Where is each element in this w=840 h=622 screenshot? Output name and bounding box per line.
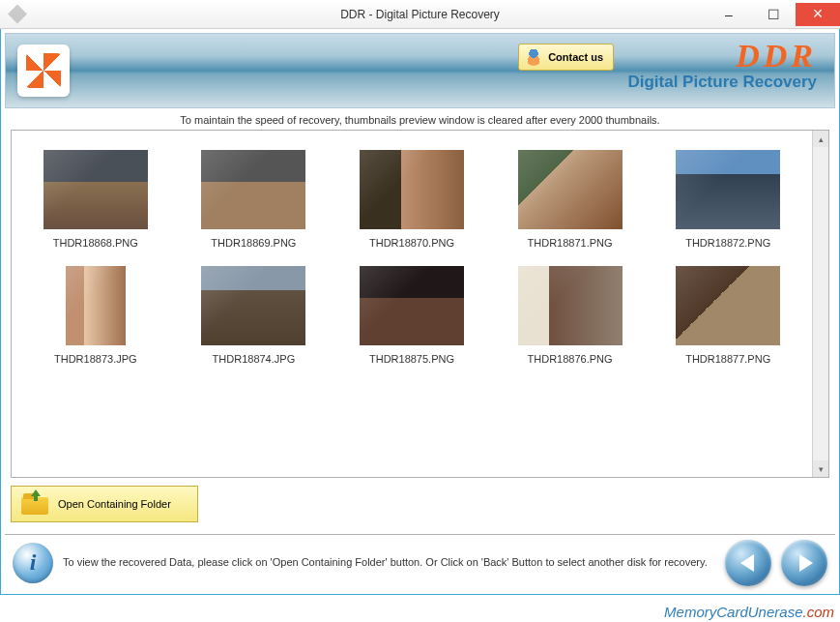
thumbnail-item[interactable]: THDR18870.PNG bbox=[337, 150, 486, 249]
brand-logo-text: DDR bbox=[627, 40, 817, 73]
thumbnail-grid: THDR18868.PNG THDR18869.PNG THDR18870.PN… bbox=[12, 131, 812, 374]
thumbnail-filename: THDR18876.PNG bbox=[528, 353, 613, 365]
brand-subtitle: Digital Picture Recovery bbox=[627, 73, 817, 92]
thumbnail-filename: THDR18873.JPG bbox=[54, 353, 137, 365]
contact-us-button[interactable]: Contact us bbox=[518, 44, 614, 71]
maximize-button[interactable]: ☐ bbox=[751, 3, 796, 26]
minimize-button[interactable]: – bbox=[707, 3, 751, 26]
scroll-up-icon[interactable]: ▴ bbox=[813, 131, 828, 147]
header-banner: Contact us DDR Digital Picture Recovery bbox=[5, 33, 835, 108]
forward-button[interactable] bbox=[781, 540, 827, 586]
window-title: DDR - Digital Picture Recovery bbox=[340, 8, 500, 21]
thumbnail-filename: THDR18868.PNG bbox=[53, 237, 138, 249]
thumbnail-filename: THDR18870.PNG bbox=[369, 237, 454, 249]
thumbnail-filename: THDR18874.JPG bbox=[213, 353, 296, 365]
watermark: MemoryCardUnerase.com bbox=[658, 602, 840, 622]
thumbnail-image bbox=[518, 266, 623, 345]
thumbnail-item[interactable]: THDR18871.PNG bbox=[496, 150, 645, 249]
contact-us-label: Contact us bbox=[548, 51, 603, 63]
brand-block: DDR Digital Picture Recovery bbox=[627, 40, 817, 92]
titlebar: DDR - Digital Picture Recovery – ☐ × bbox=[0, 0, 840, 29]
thumbnail-image bbox=[360, 150, 464, 229]
scroll-down-icon[interactable]: ▾ bbox=[813, 460, 828, 477]
thumbnail-item[interactable]: THDR18874.JPG bbox=[180, 266, 329, 365]
thumbnail-image bbox=[360, 266, 464, 345]
thumbnail-image bbox=[201, 266, 305, 345]
help-text: To view the recovered Data, please click… bbox=[63, 555, 715, 569]
thumbnail-item[interactable]: THDR18868.PNG bbox=[21, 150, 170, 249]
folder-open-icon bbox=[21, 493, 48, 515]
watermark-main: MemoryCardUnerase bbox=[664, 604, 802, 620]
thumbnail-image bbox=[518, 150, 623, 229]
thumbnail-image bbox=[43, 150, 148, 229]
thumbnail-item[interactable]: THDR18876.PNG bbox=[496, 266, 645, 365]
thumbnail-filename: THDR18872.PNG bbox=[685, 237, 770, 249]
thumbnail-filename: THDR18871.PNG bbox=[528, 237, 613, 249]
thumbnail-filename: THDR18869.PNG bbox=[211, 237, 296, 249]
watermark-tld: .com bbox=[802, 604, 834, 620]
window-body: Contact us DDR Digital Picture Recovery … bbox=[0, 29, 840, 595]
close-button[interactable]: × bbox=[796, 3, 840, 26]
scrollbar[interactable]: ▴ ▾ bbox=[812, 131, 828, 477]
app-logo bbox=[17, 44, 70, 97]
info-bar: To maintain the speed of recovery, thumb… bbox=[5, 108, 835, 130]
back-button[interactable] bbox=[725, 540, 771, 586]
thumbnail-item[interactable]: THDR18872.PNG bbox=[653, 150, 802, 249]
arrow-right-icon bbox=[799, 554, 813, 572]
thumbnail-item[interactable]: THDR18875.PNG bbox=[337, 266, 486, 365]
open-containing-folder-button[interactable]: Open Containing Folder bbox=[11, 486, 198, 522]
bottom-bar: i To view the recovered Data, please cli… bbox=[5, 534, 835, 590]
info-icon: i bbox=[13, 543, 53, 583]
thumbnail-item[interactable]: THDR18873.JPG bbox=[21, 266, 170, 365]
app-icon bbox=[8, 5, 27, 24]
thumbnail-image bbox=[676, 266, 780, 345]
thumbnail-filename: THDR18877.PNG bbox=[685, 353, 770, 365]
logo-pattern-icon bbox=[26, 53, 61, 88]
thumbnail-filename: THDR18875.PNG bbox=[369, 353, 454, 365]
thumbnail-item[interactable]: THDR18869.PNG bbox=[180, 150, 329, 249]
thumbnail-image bbox=[201, 150, 305, 229]
thumbnail-image bbox=[676, 150, 780, 229]
thumbnail-panel: THDR18868.PNG THDR18869.PNG THDR18870.PN… bbox=[11, 130, 829, 478]
thumbnail-image bbox=[66, 266, 126, 345]
person-icon bbox=[525, 48, 542, 66]
open-folder-label: Open Containing Folder bbox=[58, 498, 171, 510]
thumbnail-item[interactable]: THDR18877.PNG bbox=[653, 266, 802, 365]
arrow-left-icon bbox=[740, 554, 754, 572]
window-controls: – ☐ × bbox=[707, 3, 840, 26]
